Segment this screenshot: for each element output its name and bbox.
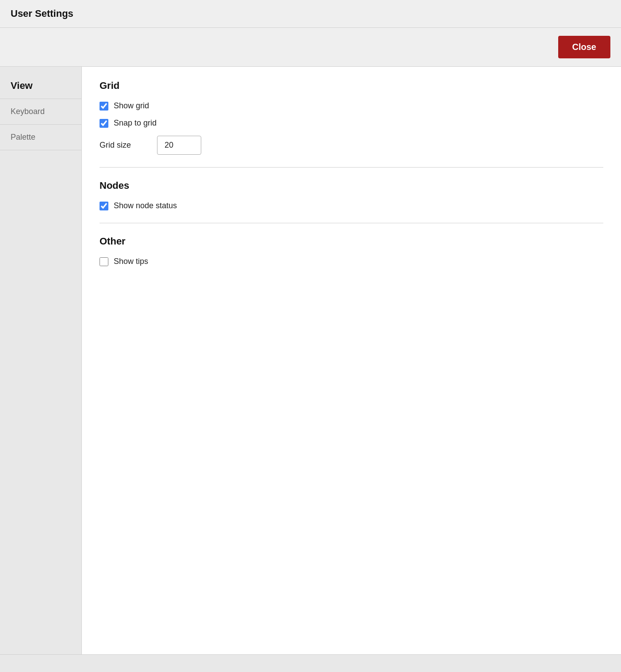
show-node-status-label[interactable]: Show node status [100, 201, 177, 210]
show-tips-label[interactable]: Show tips [100, 257, 148, 266]
show-grid-label[interactable]: Show grid [100, 101, 149, 111]
show-tips-checkbox[interactable] [100, 257, 108, 266]
sidebar-heading: View [0, 71, 81, 99]
show-node-status-checkbox[interactable] [100, 202, 108, 210]
content-panel: Grid Show grid Snap to grid Grid size [82, 67, 621, 654]
page-title: User Settings [11, 8, 610, 19]
grid-section-title: Grid [100, 80, 603, 92]
show-grid-checkbox[interactable] [100, 102, 108, 111]
footer-bar [0, 654, 621, 672]
other-section: Other Show tips [100, 236, 603, 266]
grid-size-row: Grid size [100, 136, 603, 155]
sidebar-item-palette[interactable]: Palette [0, 124, 81, 150]
snap-to-grid-label[interactable]: Snap to grid [100, 118, 157, 128]
show-tips-text: Show tips [114, 257, 148, 266]
show-grid-text: Show grid [114, 101, 149, 111]
show-node-status-text: Show node status [114, 201, 177, 210]
other-section-title: Other [100, 236, 603, 247]
close-button[interactable]: Close [558, 36, 610, 58]
sidebar-item-keyboard[interactable]: Keyboard [0, 99, 81, 124]
sidebar: View Keyboard Palette [0, 67, 82, 654]
nodes-section: Nodes Show node status [100, 180, 603, 210]
snap-to-grid-row: Snap to grid [100, 118, 603, 128]
divider-1 [100, 167, 603, 168]
toolbar: Close [0, 28, 621, 67]
main-area: View Keyboard Palette Grid Show grid Sna… [0, 67, 621, 654]
snap-to-grid-checkbox[interactable] [100, 119, 108, 128]
grid-size-label: Grid size [100, 141, 144, 150]
title-bar: User Settings [0, 0, 621, 28]
nodes-section-title: Nodes [100, 180, 603, 191]
grid-size-input[interactable] [157, 136, 201, 155]
divider-2 [100, 223, 603, 223]
sidebar-item-palette-label: Palette [11, 133, 35, 141]
snap-to-grid-text: Snap to grid [114, 118, 157, 128]
show-tips-row: Show tips [100, 257, 603, 266]
show-grid-row: Show grid [100, 101, 603, 111]
sidebar-item-keyboard-label: Keyboard [11, 107, 45, 116]
show-node-status-row: Show node status [100, 201, 603, 210]
grid-section: Grid Show grid Snap to grid Grid size [100, 80, 603, 155]
